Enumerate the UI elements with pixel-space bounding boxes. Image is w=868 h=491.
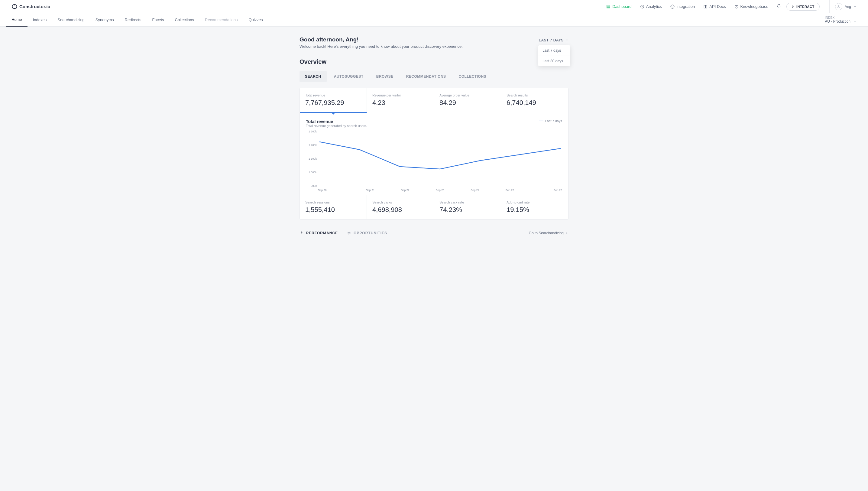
caret-down-icon bbox=[854, 20, 857, 23]
dashboard-icon bbox=[606, 4, 610, 9]
logo-icon bbox=[11, 4, 18, 10]
legend-line-icon bbox=[539, 121, 543, 121]
nav-knowledgebase[interactable]: Knowledgebase bbox=[735, 4, 769, 9]
chart-line bbox=[320, 142, 561, 169]
nav-analytics[interactable]: Analytics bbox=[640, 4, 662, 9]
subnav-quizzes[interactable]: Quizzes bbox=[243, 13, 268, 27]
caret-down-icon bbox=[566, 39, 568, 42]
metric-search-click-rate[interactable]: Search click rate 74.23% bbox=[434, 195, 501, 219]
tab-recommendations[interactable]: RECOMMENDATIONS bbox=[401, 71, 452, 82]
metric-average-order-value[interactable]: Average order value 84.29 bbox=[434, 88, 501, 113]
goto-searchandizing-link[interactable]: Go to Searchandizing bbox=[529, 231, 568, 235]
notifications-button[interactable] bbox=[777, 4, 781, 9]
metric-revenue-per-visitor[interactable]: Revenue per visitor 4.23 bbox=[367, 88, 434, 113]
index-label: INDEX bbox=[825, 16, 834, 19]
y-tick-label: 1 300k bbox=[306, 130, 317, 133]
caret-right-icon bbox=[566, 232, 568, 235]
caret-down-icon bbox=[854, 5, 857, 8]
date-option-7[interactable]: Last 7 days bbox=[538, 45, 570, 56]
nav-integration[interactable]: Integration bbox=[670, 4, 695, 9]
tab-search[interactable]: SEARCH bbox=[300, 71, 327, 82]
metric-search-clicks[interactable]: Search clicks 4,698,908 bbox=[367, 195, 434, 219]
metrics-top-row: Total revenue 7,767,935.29 Revenue per v… bbox=[300, 88, 568, 113]
chart-legend: Last 7 days bbox=[539, 119, 562, 123]
logo[interactable]: Constructor.io bbox=[11, 4, 51, 10]
user-menu[interactable]: Ang bbox=[829, 0, 857, 13]
metric-total-revenue[interactable]: Total revenue 7,767,935.29 bbox=[300, 88, 367, 113]
sub-nav: Home Indexes Searchandizing Synonyms Red… bbox=[0, 13, 868, 27]
logo-text: Constructor.io bbox=[19, 4, 51, 9]
tab-browse[interactable]: BROWSE bbox=[371, 71, 399, 82]
tab-performance[interactable]: PERFORMANCE bbox=[300, 231, 338, 235]
metric-add-to-cart-rate[interactable]: Add-to-cart rate 19.15% bbox=[501, 195, 568, 219]
chart-subtitle: Total revenue generated by search users. bbox=[306, 124, 367, 127]
metric-search-results[interactable]: Search results 6,740,149 bbox=[501, 88, 568, 113]
user-icon bbox=[837, 5, 840, 8]
svg-marker-7 bbox=[792, 5, 794, 7]
interact-button[interactable]: INTERACT bbox=[786, 3, 820, 10]
greeting: Good afternoon, Ang! Welcome back! Here'… bbox=[300, 36, 463, 49]
analytics-icon bbox=[640, 4, 645, 9]
subnav-searchandizing[interactable]: Searchandizing bbox=[52, 13, 90, 27]
book-icon bbox=[703, 4, 708, 9]
date-option-30[interactable]: Last 30 days bbox=[538, 56, 570, 66]
user-name: Ang bbox=[845, 4, 851, 9]
index-value: AU - Production bbox=[825, 19, 850, 24]
subnav-recommendations[interactable]: Recommendations bbox=[200, 13, 243, 27]
tab-collections[interactable]: COLLECTIONS bbox=[453, 71, 492, 82]
greeting-title: Good afternoon, Ang! bbox=[300, 36, 463, 43]
subnav-collections[interactable]: Collections bbox=[170, 13, 200, 27]
svg-rect-3 bbox=[607, 7, 610, 8]
overview-card: Total revenue 7,767,935.29 Revenue per v… bbox=[300, 88, 568, 220]
top-nav: Dashboard Analytics Integration API Docs… bbox=[606, 4, 768, 9]
avatar bbox=[835, 3, 842, 10]
index-selector[interactable]: INDEX AU - Production bbox=[825, 16, 862, 24]
chart-canvas bbox=[318, 130, 562, 187]
main-content: Good afternoon, Ang! Welcome back! Here'… bbox=[300, 27, 568, 247]
swap-icon bbox=[347, 231, 351, 235]
subnav-home[interactable]: Home bbox=[6, 13, 28, 27]
svg-marker-9 bbox=[855, 6, 856, 7]
chart: 1 300k1 200k1 100k1 000k900k bbox=[306, 130, 562, 194]
overview-title: Overview bbox=[300, 58, 568, 65]
metrics-bottom-row: Search sessions 1,555,410 Search clicks … bbox=[300, 195, 568, 219]
upload-icon bbox=[300, 231, 304, 235]
metric-search-sessions[interactable]: Search sessions 1,555,410 bbox=[300, 195, 367, 219]
overview-tabs: SEARCH AUTOSUGGEST BROWSE RECOMMENDATION… bbox=[300, 71, 568, 82]
nav-dashboard[interactable]: Dashboard bbox=[606, 4, 632, 9]
nav-api-docs[interactable]: API Docs bbox=[703, 4, 726, 9]
svg-point-5 bbox=[672, 6, 673, 7]
subnav-redirects[interactable]: Redirects bbox=[119, 13, 147, 27]
y-tick-label: 1 000k bbox=[306, 171, 317, 174]
y-tick-label: 900k bbox=[306, 184, 317, 187]
date-filter-dropdown: Last 7 days Last 30 days bbox=[538, 45, 570, 66]
perf-tabs: PERFORMANCE OPPORTUNITIES bbox=[300, 231, 387, 235]
subnav-facets[interactable]: Facets bbox=[147, 13, 169, 27]
svg-marker-10 bbox=[855, 21, 856, 22]
y-tick-label: 1 100k bbox=[306, 157, 317, 160]
y-tick-label: 1 200k bbox=[306, 144, 317, 147]
tab-opportunities[interactable]: OPPORTUNITIES bbox=[347, 231, 387, 235]
svg-point-8 bbox=[838, 5, 839, 7]
svg-rect-2 bbox=[607, 6, 610, 7]
bell-icon bbox=[777, 4, 781, 8]
greeting-row: Good afternoon, Ang! Welcome back! Here'… bbox=[300, 36, 568, 49]
subnav-indexes[interactable]: Indexes bbox=[28, 13, 52, 27]
chart-section: Total revenue Total revenue generated by… bbox=[300, 113, 568, 195]
play-icon bbox=[791, 5, 795, 8]
svg-marker-11 bbox=[566, 40, 568, 41]
integration-icon bbox=[670, 4, 675, 9]
greeting-sub: Welcome back! Here's everything you need… bbox=[300, 44, 463, 49]
subnav-synonyms[interactable]: Synonyms bbox=[90, 13, 119, 27]
help-icon bbox=[735, 4, 739, 9]
date-filter-button[interactable]: LAST 7 DAYS bbox=[539, 36, 568, 44]
bottom-tabs-row: PERFORMANCE OPPORTUNITIES Go to Searchan… bbox=[300, 231, 568, 235]
svg-rect-1 bbox=[607, 5, 610, 6]
chart-title: Total revenue bbox=[306, 119, 367, 124]
svg-marker-12 bbox=[567, 232, 568, 234]
header-actions: INTERACT Ang bbox=[777, 0, 857, 13]
tab-autosuggest[interactable]: AUTOSUGGEST bbox=[329, 71, 369, 82]
top-header: Constructor.io Dashboard Analytics Integ… bbox=[0, 0, 868, 13]
